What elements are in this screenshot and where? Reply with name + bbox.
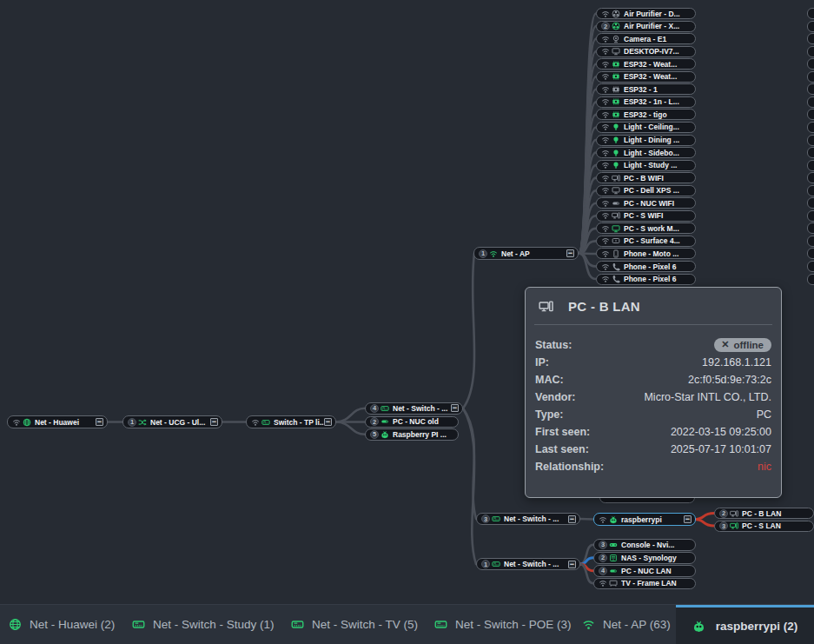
node-console-nvidia[interactable]: 3Console - Nvi... [593, 539, 696, 551]
tab-label: raspberrypi (2) [716, 620, 798, 633]
node-pc-s-work-m[interactable]: PC - S work M... [596, 222, 696, 234]
collapse-button[interactable]: − [324, 418, 332, 426]
clipped-node[interactable] [807, 248, 814, 259]
clipped-node[interactable] [807, 210, 814, 222]
node-pc-s-lan[interactable]: 3PC - S LAN [714, 521, 814, 532]
node-net-huawei[interactable]: Net - Huawei− [7, 415, 108, 428]
node-label: Light - Sidebo... [624, 149, 692, 157]
nic-icon [612, 199, 620, 208]
pc-icon [539, 299, 553, 314]
tablet-icon [612, 236, 620, 245]
clipped-node[interactable] [807, 172, 814, 183]
wifi-icon [601, 97, 610, 106]
node-pc-nuc-wifi[interactable]: PC - NUC WIFI [596, 197, 696, 209]
count-badge: 2 [719, 509, 728, 518]
node-net-ucg[interactable]: 1Net - UCG - Ul...− [122, 415, 222, 428]
clipped-node[interactable] [807, 261, 814, 272]
node-raspberrypi[interactable]: raspberrypi− [593, 513, 696, 526]
node-pc-b-wifi[interactable]: PC - B WIFI [596, 172, 696, 183]
collapse-button[interactable]: − [568, 515, 576, 523]
field-value: 2c:f0:5d:9e:73:2c [688, 374, 771, 386]
node-esp32-tigo[interactable]: ESP32 - tigo [596, 109, 696, 120]
clipped-node[interactable] [807, 236, 814, 247]
clipped-node[interactable] [807, 274, 814, 285]
wifi-icon [489, 249, 498, 258]
collapse-button[interactable]: − [566, 249, 574, 257]
card-header: PC - B LAN [526, 288, 781, 314]
wifi-icon [601, 249, 610, 258]
node-esp32-weat-1[interactable]: ESP32 - Weat... [596, 58, 696, 70]
node-pc-surface-4[interactable]: PC - Surface 4... [596, 236, 696, 247]
count-badge: 4 [370, 404, 379, 413]
clipped-node[interactable] [807, 83, 814, 95]
node-label: Switch - TP li... [274, 418, 324, 427]
node-nas-synology[interactable]: 2NAS - Synology [593, 552, 696, 564]
wifi-icon [601, 211, 610, 220]
switch-icon [434, 618, 447, 631]
clipped-node[interactable] [807, 122, 814, 133]
node-air-purifier-d[interactable]: Air Purifier - D... [596, 8, 696, 19]
collapse-button[interactable]: − [210, 418, 218, 426]
tab-raspberrypi[interactable]: raspberrypi (2) [676, 605, 814, 644]
node-pc-s-wifi[interactable]: PC - S WIFI [596, 210, 696, 222]
clipped-node[interactable] [807, 135, 814, 146]
tab-net-switch-poe[interactable]: Net - Switch - POE (3) [434, 605, 572, 644]
clipped-node[interactable] [807, 197, 814, 209]
clipped-node[interactable] [807, 222, 814, 234]
field-value: 2025-07-17 10:01:07 [671, 443, 771, 455]
clipped-node[interactable] [807, 46, 814, 57]
tab-net-switch-tv[interactable]: Net - Switch - TV (5) [291, 605, 418, 644]
tab-net-huawei[interactable]: Net - Huawei (2) [9, 605, 115, 644]
node-phone-moto[interactable]: Phone - Moto ... [596, 248, 696, 259]
node-light-dining[interactable]: Light - Dining ... [596, 135, 696, 146]
node-pc-b-lan[interactable]: 2PC - B LAN [714, 508, 814, 519]
clipped-node[interactable] [807, 71, 814, 83]
node-camera-e1[interactable]: Camera - E1 [596, 33, 696, 44]
collapse-button[interactable]: − [96, 418, 103, 426]
node-net-ap[interactable]: 1Net - AP− [473, 247, 579, 260]
clipped-node[interactable] [807, 58, 814, 70]
clipped-node[interactable] [807, 96, 814, 108]
clipped-node[interactable] [807, 8, 814, 19]
node-esp32-weat-2[interactable]: ESP32 - Weat... [596, 71, 696, 83]
node-pc-nuc-old[interactable]: 2PC - NUC old [365, 416, 459, 428]
clipped-node[interactable] [807, 109, 814, 120]
node-net-switch-b[interactable]: 3Net - Switch - ...− [476, 513, 580, 525]
collapse-button[interactable]: − [684, 515, 692, 523]
collapse-button[interactable]: − [568, 561, 576, 568]
node-net-switch-a[interactable]: 4Net - Switch - ...− [365, 402, 463, 415]
card-field-row: Type:PC [535, 406, 771, 423]
node-tv-frame-lan[interactable]: TV - Frame LAN [593, 578, 696, 590]
node-raspberry-pi-old[interactable]: 5Raspberry PI ... [365, 428, 459, 441]
clipped-node[interactable] [807, 185, 814, 196]
node-light-study[interactable]: Light - Study ... [596, 160, 696, 171]
count-badge: 3 [481, 515, 490, 523]
node-light-ceiling[interactable]: Light - Ceiling... [596, 122, 696, 133]
node-esp32-1[interactable]: ESP32 - 1 [596, 83, 696, 95]
clipped-node[interactable] [807, 33, 814, 44]
field-value: 2022-03-15 09:25:00 [671, 426, 771, 438]
node-air-purifier-x[interactable]: 2Air Purifier - X... [596, 21, 696, 32]
field-label: First seen: [535, 426, 590, 438]
wifi-icon [601, 10, 610, 18]
node-pc-nuc-lan[interactable]: 4PC - NUC LAN [593, 565, 696, 577]
node-phone-pixel-6b[interactable]: Phone - Pixel 6 [596, 274, 696, 285]
node-label: PC - S LAN [742, 521, 810, 530]
tab-net-switch-study[interactable]: Net - Switch - Study (1) [132, 605, 275, 644]
node-label: Net - Switch - ... [504, 515, 568, 523]
tab-net-ap[interactable]: Net - AP (63) [582, 605, 671, 644]
collapse-button[interactable]: − [451, 404, 459, 412]
clipped-node[interactable] [807, 21, 814, 32]
node-net-switch-c[interactable]: 1Net - Switch - ...− [476, 558, 580, 570]
node-desktop-iv7[interactable]: DESKTOP-IV7... [596, 46, 696, 57]
wifi-icon [601, 161, 610, 169]
field-label: Vendor: [535, 391, 576, 403]
clipped-node[interactable] [807, 147, 814, 158]
node-light-sideboard[interactable]: Light - Sidebo... [596, 147, 696, 158]
node-switch-tp[interactable]: Switch - TP li...− [246, 415, 336, 428]
node-esp32-1n-l[interactable]: ESP32 - 1n - L... [596, 96, 696, 108]
clipped-node[interactable] [807, 160, 814, 171]
node-pc-dell-xps[interactable]: PC - Dell XPS ... [596, 185, 696, 196]
node-phone-pixel-6a[interactable]: Phone - Pixel 6 [596, 261, 696, 272]
wifi-icon [601, 72, 610, 81]
